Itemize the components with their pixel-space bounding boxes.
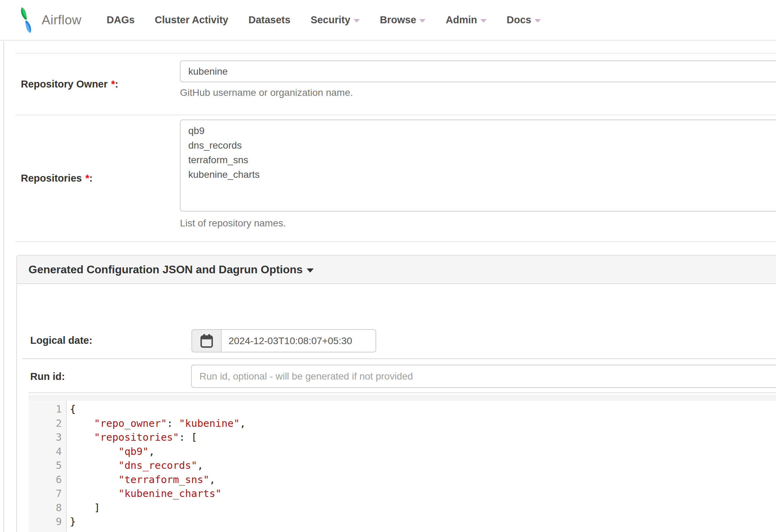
panel-title: Generated Configuration JSON and Dagrun … (28, 263, 303, 276)
nav-item-dags[interactable]: DAGs (97, 0, 145, 40)
code-line: "qb9", (70, 444, 776, 459)
line-number: 4 (28, 444, 66, 459)
json-string-token: "repo_owner" (94, 417, 167, 429)
json-string-token: "repositories" (94, 431, 179, 443)
nav-item-label: Browse (380, 14, 416, 26)
label-colon: : (115, 78, 118, 90)
airflow-pinwheel-icon (13, 3, 40, 37)
run-id-label: Run id: (30, 371, 65, 382)
nav-item-datasets[interactable]: Datasets (238, 0, 300, 40)
json-punctuation-token: , (149, 446, 155, 457)
config-json-editor[interactable]: 123456789 { "repo_owner": "kubenine", "r… (28, 401, 776, 532)
repositories-textarea[interactable]: qb9 dns_records terraform_sns kubenine_c… (180, 119, 776, 211)
json-punctuation-token: , (240, 417, 246, 429)
run-id-input[interactable] (191, 365, 776, 388)
json-punctuation-token (70, 459, 118, 471)
repository-owner-input[interactable] (180, 60, 776, 82)
line-number: 1 (28, 402, 66, 416)
trigger-form-table: Repository Owner * : GitHub username or … (15, 53, 776, 242)
json-punctuation-token (70, 474, 118, 485)
line-number: 2 (28, 416, 66, 431)
code-line: "repositories": [ (70, 430, 776, 444)
json-string-token: "kubenine" (179, 417, 240, 429)
form-row-repositories: Repositories * : qb9 dns_records terrafo… (15, 115, 776, 242)
logical-date-label: Logical date: (30, 335, 92, 346)
nav-item-label: DAGs (107, 14, 135, 26)
calendar-icon (200, 334, 213, 348)
code-line: ] (70, 501, 776, 515)
logical-date-input[interactable] (221, 329, 376, 352)
code-line: "dns_records", (70, 458, 776, 473)
chevron-down-icon (480, 19, 487, 23)
nav-item-label: Cluster Activity (155, 14, 229, 26)
json-string-token: "dns_records" (118, 459, 197, 471)
nav-item-security[interactable]: Security (300, 0, 370, 40)
code-line: } (70, 515, 776, 529)
line-number: 3 (28, 430, 66, 444)
json-punctuation-token (70, 488, 118, 499)
nav-item-docs[interactable]: Docs (497, 0, 551, 40)
chevron-down-icon (419, 19, 426, 23)
label-colon: : (89, 173, 93, 184)
nav-item-label: Admin (446, 14, 477, 26)
code-line: "repo_owner": "kubenine", (70, 416, 776, 431)
line-number: 5 (28, 458, 66, 473)
code-line: { (70, 402, 776, 416)
nav-item-label: Docs (507, 14, 531, 26)
logical-date-input-group (191, 329, 376, 352)
content-left-border (3, 41, 4, 532)
required-asterisk: * (85, 173, 89, 184)
json-string-token: "qb9" (118, 446, 149, 457)
generated-config-panel-heading[interactable]: Generated Configuration JSON and Dagrun … (17, 256, 776, 284)
generated-config-panel: Generated Configuration JSON and Dagrun … (16, 255, 776, 532)
line-number: 6 (28, 473, 66, 487)
repositories-help: List of repository names. (180, 218, 776, 229)
airflow-brand[interactable]: Airflow (13, 3, 82, 38)
line-number: 9 (28, 515, 66, 529)
json-punctuation-token: : [ (179, 431, 197, 443)
chevron-down-icon (307, 268, 314, 273)
nav-item-admin[interactable]: Admin (436, 0, 496, 40)
editor-top-strip (28, 395, 776, 401)
json-punctuation-token (70, 446, 118, 457)
datepicker-addon-button[interactable] (191, 329, 221, 352)
editor-line-number-gutter: 123456789 (28, 401, 67, 532)
editor-code-lines[interactable]: { "repo_owner": "kubenine", "repositorie… (67, 401, 776, 532)
code-line: "kubenine_charts" (70, 487, 776, 501)
label-text: Repository Owner (21, 78, 108, 90)
json-string-token: "kubenine_charts" (118, 488, 222, 499)
row-divider (28, 392, 776, 393)
nav-item-browse[interactable]: Browse (370, 0, 436, 40)
json-punctuation-token: ] (70, 502, 100, 514)
line-number: 7 (28, 487, 66, 501)
panel-body: Logical date: Run id: 123456789 { "repo_… (17, 284, 776, 532)
json-punctuation-token (70, 431, 94, 443)
repository-owner-value-cell: GitHub username or organization name. (180, 53, 776, 115)
nav-item-label: Datasets (248, 14, 290, 26)
nav-item-cluster-activity[interactable]: Cluster Activity (145, 0, 239, 40)
json-punctuation-token: { (70, 403, 76, 415)
repositories-label: Repositories * : (15, 115, 180, 241)
row-divider (22, 358, 776, 359)
chevron-down-icon (354, 19, 360, 23)
json-punctuation-token: : (167, 417, 179, 429)
label-text: Repositories (21, 173, 82, 184)
form-row-repository-owner: Repository Owner * : GitHub username or … (15, 53, 776, 115)
json-punctuation-token (70, 417, 94, 429)
repository-owner-help: GitHub username or organization name. (180, 87, 776, 98)
json-punctuation-token: , (197, 459, 203, 471)
code-line: "terraform_sns", (70, 473, 776, 487)
brand-text: Airflow (42, 13, 82, 27)
repositories-value-cell: qb9 dns_records terraform_sns kubenine_c… (180, 115, 776, 241)
navbar: Airflow DAGsCluster ActivityDatasetsSecu… (0, 0, 776, 41)
json-punctuation-token: , (209, 474, 215, 485)
line-number: 8 (28, 501, 66, 515)
chevron-down-icon (535, 19, 541, 23)
json-punctuation-token: } (70, 516, 76, 527)
required-asterisk: * (111, 78, 115, 90)
json-string-token: "terraform_sns" (118, 474, 209, 485)
navbar-menu: DAGsCluster ActivityDatasetsSecurityBrow… (97, 0, 551, 40)
repository-owner-label: Repository Owner * : (15, 53, 180, 115)
nav-item-label: Security (311, 14, 350, 26)
